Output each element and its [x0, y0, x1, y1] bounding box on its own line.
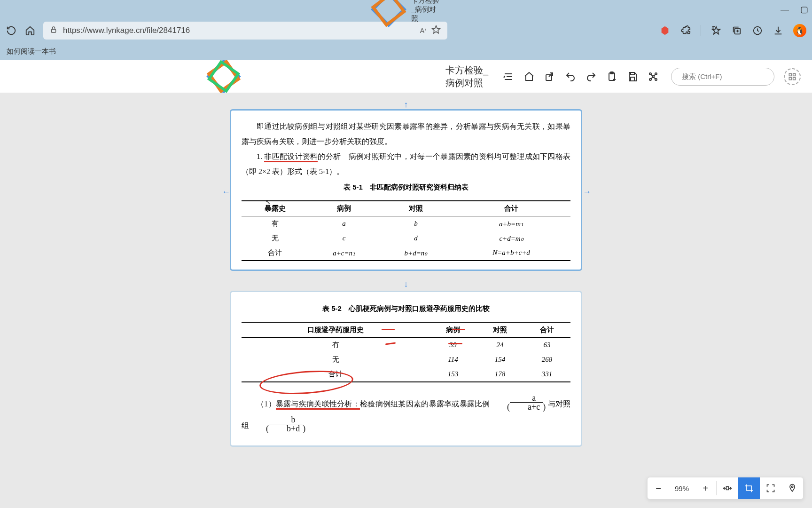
save-button[interactable]: [627, 70, 638, 83]
fullscreen-button[interactable]: [760, 477, 781, 499]
window-controls: — ▢: [781, 4, 808, 15]
t2r0c2: 24: [476, 338, 523, 353]
undo-button[interactable]: [565, 70, 576, 83]
t1r1c1: c: [308, 231, 380, 246]
share-button[interactable]: [544, 70, 555, 83]
t1r0c0: 有: [242, 216, 308, 231]
svg-point-31: [655, 79, 657, 80]
fit-width-button[interactable]: [717, 477, 738, 499]
svg-point-29: [655, 73, 657, 75]
red-mark-4: [448, 343, 462, 344]
fit-width-icon: [723, 484, 732, 493]
locate-button[interactable]: [784, 68, 801, 85]
clipboard-icon: [606, 71, 617, 82]
t1h3: 合计: [452, 201, 570, 216]
share-icon: [544, 71, 555, 82]
cursor-pointer-icon: ↖: [265, 198, 271, 206]
home-icon: [25, 25, 35, 36]
table1: 暴露史 病例 对照 合计 有 a b a+b=m₁ 无 c d c+d=m₀ 合…: [242, 200, 570, 261]
bookmark-item[interactable]: 如何阅读一本书: [7, 47, 56, 56]
svg-rect-20: [546, 75, 552, 80]
zoom-toolbar: − 99% +: [647, 477, 804, 500]
t1r2c0: 合计: [242, 246, 308, 261]
t1h2: 对照: [380, 201, 452, 216]
t1r2c1: a+c=n₁: [308, 246, 380, 261]
t2h2: 对照: [476, 322, 523, 338]
svg-marker-4: [662, 26, 669, 35]
crosshair-icon: [788, 72, 797, 81]
reload-button[interactable]: [6, 25, 17, 36]
graph-button[interactable]: [648, 70, 659, 83]
edit-annotation-icon[interactable]: ✎: [344, 203, 350, 210]
home-button[interactable]: [24, 25, 36, 36]
home2-button[interactable]: [523, 70, 535, 83]
connector-arrow-up[interactable]: ↑: [404, 100, 408, 110]
connector-arrow-left[interactable]: ←: [222, 187, 230, 197]
card1-point-label: 1.: [257, 152, 264, 160]
t2r1c0: 无: [242, 352, 429, 367]
svg-point-30: [649, 79, 651, 80]
crop-button[interactable]: [738, 477, 760, 499]
note-card-1[interactable]: 即通过比较病例组与对照组对某些研究因素暴露率的差异，分析暴露与疾病有无关联，如果…: [230, 109, 582, 271]
app-logo[interactable]: [11, 60, 436, 93]
t2r1c1: 114: [429, 352, 476, 367]
card2-analysis: （1）暴露与疾病关联性分析：检验病例组某因素的暴露率或暴露比例 (aa+c) 与…: [242, 394, 570, 437]
pin-icon: [788, 484, 797, 493]
undo-icon: [565, 71, 576, 82]
t2r2c2: 178: [476, 367, 523, 382]
note-card-2[interactable]: 表 5-2 心肌梗死病例与对照口服避孕药服用史的比较 口服避孕药服用史 病例 对…: [230, 291, 582, 447]
extensions-button[interactable]: [680, 25, 691, 36]
maximize-button[interactable]: ▢: [800, 4, 808, 15]
t2r0c0: 有: [242, 338, 429, 353]
search-input[interactable]: [682, 72, 771, 80]
adblock-icon[interactable]: [659, 25, 671, 36]
redo-icon: [586, 71, 597, 82]
card2-analysis-label: （1）: [257, 400, 276, 408]
locate-node-button[interactable]: [781, 477, 803, 499]
window-title-group: 卡方检验_病例对照: [370, 0, 442, 28]
t2r2c1: 153: [429, 367, 476, 382]
t1r1c2: d: [380, 231, 452, 246]
t1r1c0: 无: [242, 231, 308, 246]
svg-line-36: [651, 77, 653, 79]
outline-button[interactable]: [503, 70, 514, 83]
clipboard-button[interactable]: [606, 70, 617, 83]
redo-button[interactable]: [586, 70, 597, 83]
svg-rect-41: [789, 77, 791, 79]
svg-rect-40: [793, 73, 796, 76]
reload-icon: [6, 25, 16, 36]
crop-icon: [744, 484, 754, 493]
svg-line-34: [654, 74, 656, 76]
save-icon: [627, 71, 638, 82]
svg-rect-26: [631, 72, 634, 75]
profile-avatar[interactable]: 🐧: [793, 24, 806, 37]
history-button[interactable]: [752, 25, 763, 36]
puzzle-icon: [680, 25, 691, 36]
t2r1c3: 268: [523, 352, 570, 367]
svg-rect-42: [793, 77, 796, 79]
card2-rest: 检验病例组某因素的暴露率或暴露比例: [360, 400, 490, 408]
svg-point-28: [649, 73, 651, 75]
canvas-area[interactable]: ↑ ↓ ← → 即通过比较病例组与对照组对某些研究因素暴露率的差异，分析暴露与疾…: [0, 93, 812, 508]
document-title: 卡方检验_病例对照: [445, 64, 489, 89]
minimize-button[interactable]: —: [781, 5, 789, 15]
collections-icon: [732, 25, 742, 36]
favorites-list-button[interactable]: [710, 25, 722, 36]
search-box[interactable]: [671, 68, 774, 86]
zoom-out-button[interactable]: −: [648, 477, 669, 499]
fraction1: (aa+c): [492, 394, 546, 415]
history-icon: [752, 25, 763, 36]
card1-para2: 1. 非匹配设计资料的分析 病例对照研究中，对每一个暴露因素的资料均可整理成如下…: [242, 149, 570, 179]
connector-arrow-right[interactable]: →: [583, 187, 591, 197]
t2r2c3: 331: [523, 367, 570, 382]
svg-line-35: [654, 77, 656, 79]
t2r0c1: 39: [429, 338, 476, 353]
browser-right-controls: 🐧: [659, 24, 806, 37]
connector-arrow-down[interactable]: ↓: [404, 279, 408, 289]
table2-caption: 表 5-2 心肌梗死病例与对照口服避孕药服用史的比较: [242, 301, 570, 317]
app-right-slot: [784, 68, 801, 85]
collections-button[interactable]: [731, 25, 742, 36]
zoom-in-button[interactable]: +: [695, 477, 716, 499]
svg-line-33: [651, 74, 653, 76]
downloads-button[interactable]: [773, 25, 784, 36]
